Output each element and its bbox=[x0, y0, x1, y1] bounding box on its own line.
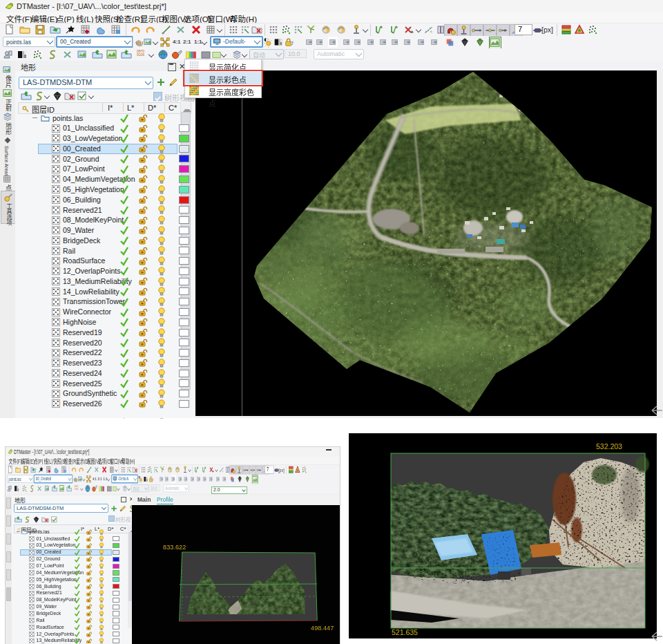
svg-text:833.622: 833.622 bbox=[163, 544, 186, 551]
svg-text:521.635: 521.635 bbox=[392, 628, 418, 636]
svg-text:532.203: 532.203 bbox=[596, 442, 622, 451]
svg-text:498.447: 498.447 bbox=[311, 625, 334, 632]
